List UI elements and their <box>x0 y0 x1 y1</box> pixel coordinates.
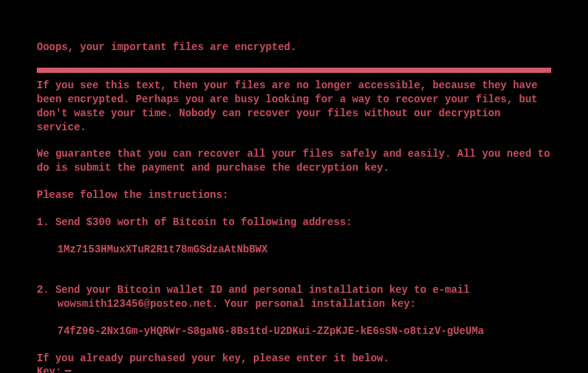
instructions-label: Please follow the instructions: <box>37 188 551 202</box>
bitcoin-address: 1Mz7153HMuxXTuR2R1t78mGSdzaAtNbBWX <box>37 243 551 257</box>
installation-key: 74fZ96-2Nx1Gm-yHQRWr-S8gaN6-8Bs1td-U2DKu… <box>37 324 551 338</box>
paragraph-encrypted: If you see this text, then your files ar… <box>37 79 551 135</box>
key-input-line[interactable]: Key: <box>37 365 551 373</box>
key-label: Key: <box>37 365 62 373</box>
header-message: Ooops, your important files are encrypte… <box>37 40 551 54</box>
step-2-line1: 2. Send your Bitcoin wallet ID and perso… <box>37 283 551 297</box>
step-2-line2: wowsmith123456@posteo.net. Your personal… <box>37 297 551 311</box>
cursor-icon <box>65 370 71 372</box>
already-purchased-text: If you already purchased your key, pleas… <box>37 352 551 366</box>
step-1-text: 1. Send $300 worth of Bitcoin to followi… <box>37 216 551 230</box>
separator-bar <box>37 68 551 73</box>
paragraph-guarantee: We guarantee that you can recover all yo… <box>37 147 551 175</box>
